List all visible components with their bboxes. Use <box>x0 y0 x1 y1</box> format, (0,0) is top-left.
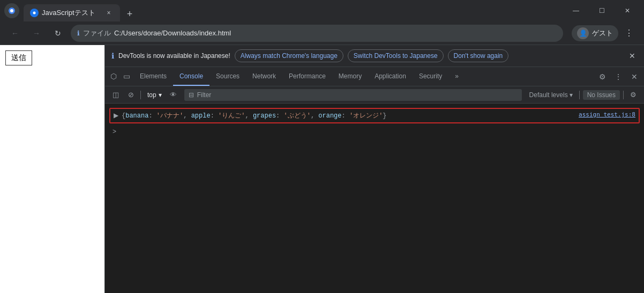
console-label: Console <box>179 72 203 80</box>
address-bar: ← → ↻ ℹ ファイル C:/Users/dorae/Downloads/in… <box>0 21 644 45</box>
log-brace-close: } <box>383 112 386 120</box>
url-text: C:/Users/dorae/Downloads/index.html <box>114 29 231 37</box>
toolbar-divider-2 <box>579 91 580 99</box>
console-output: ▶ {banana: 'バナナ', apple: 'りんご', grapes: … <box>105 104 644 293</box>
always-match-language-button[interactable]: Always match Chrome's language <box>235 49 343 62</box>
notification-text: DevTools is now available in Japanese! <box>118 52 230 60</box>
tab-elements[interactable]: Elements <box>133 67 173 86</box>
more-tabs-icon: » <box>455 72 459 80</box>
tab-security[interactable]: Security <box>413 67 448 86</box>
clear-console-button[interactable]: ⊘ <box>124 89 137 101</box>
profile-label: ゲスト <box>592 28 613 38</box>
console-toolbar-right: Default levels ▾ No Issues ⚙ <box>526 89 640 101</box>
tab-console[interactable]: Console <box>173 67 209 86</box>
tab-title: JavaScriptテスト <box>42 8 95 18</box>
eye-icon: 👁 <box>170 91 177 99</box>
dont-show-again-button[interactable]: Don't show again <box>448 49 509 62</box>
maximize-button[interactable]: ☐ <box>589 2 614 19</box>
tab-close-button[interactable]: × <box>104 8 114 18</box>
log-key-grapes: grapes <box>253 112 276 120</box>
default-levels-label: Default levels <box>529 91 568 99</box>
page-content: 送信 <box>0 45 104 293</box>
close-button[interactable]: ✕ <box>615 2 640 19</box>
sidebar-toggle-button[interactable]: ◫ <box>109 89 122 101</box>
levels-dropdown-icon: ▾ <box>570 91 573 99</box>
log-value-orange: 'オレンジ' <box>349 112 383 120</box>
devtools-notification-bar: ℹ DevTools is now available in Japanese!… <box>105 45 644 67</box>
log-comma-3: , <box>311 112 318 120</box>
tab-inspect[interactable]: ⬡ <box>107 67 120 86</box>
minimize-button[interactable]: — <box>564 2 588 19</box>
filter-input[interactable] <box>197 91 518 99</box>
address-right: 👤 ゲスト ⋮ <box>572 25 638 42</box>
no-issues-button[interactable]: No Issues <box>583 90 620 100</box>
no-issues-label: No Issues <box>587 91 616 99</box>
send-button[interactable]: 送信 <box>5 50 32 65</box>
prompt-arrow: > <box>113 128 116 135</box>
tab-application[interactable]: Application <box>368 67 413 86</box>
console-settings-button[interactable]: ⚙ <box>627 89 640 101</box>
log-value-apple: 'りんご' <box>218 112 245 120</box>
notification-close-button[interactable]: ✕ <box>627 50 638 61</box>
svg-point-3 <box>33 12 36 14</box>
log-value-grapes: 'ぶどう' <box>284 112 311 120</box>
devtools-panel: ℹ DevTools is now available in Japanese!… <box>104 45 644 293</box>
console-toolbar: ◫ ⊘ top ▾ 👁 ⊟ Default levels ▾ <box>105 86 644 104</box>
context-value: top <box>147 91 156 99</box>
memory-label: Memory <box>339 72 362 80</box>
new-tab-button[interactable]: + <box>122 6 137 21</box>
console-settings-icon: ⚙ <box>630 91 636 99</box>
console-prompt: > <box>105 126 644 137</box>
log-colon-1: : <box>148 112 156 120</box>
log-value-banana: 'バナナ' <box>156 112 183 120</box>
url-file-label: ファイル <box>83 28 111 38</box>
log-content: {banana: 'バナナ', apple: 'りんご', grapes: 'ぶ… <box>122 111 568 120</box>
network-label: Network <box>252 72 276 80</box>
filter-icon: ⊟ <box>189 91 194 99</box>
log-comma-1: , <box>183 112 191 120</box>
devtools-settings-button[interactable]: ⚙ <box>595 69 610 84</box>
back-button[interactable]: ← <box>6 25 24 42</box>
device-icon: ▭ <box>123 72 130 80</box>
clear-icon: ⊘ <box>128 91 134 99</box>
devtools-tabs: ⬡ ▭ Elements Console Sources Network Per… <box>105 67 644 86</box>
security-label: Security <box>419 72 442 80</box>
chrome-menu-button[interactable]: ⋮ <box>620 25 638 42</box>
log-key-orange: orange <box>318 112 341 120</box>
elements-label: Elements <box>140 72 167 80</box>
active-tab[interactable]: JavaScriptテスト × <box>24 4 120 21</box>
profile-icon: 👤 <box>577 27 589 39</box>
tab-network[interactable]: Network <box>246 67 282 86</box>
tab-device[interactable]: ▭ <box>120 67 133 86</box>
filter-bar[interactable]: ⊟ <box>184 89 522 101</box>
devtools-close-button[interactable]: ✕ <box>627 69 642 84</box>
context-selector[interactable]: top ▾ <box>144 90 165 100</box>
svg-point-1 <box>10 9 13 12</box>
tab-memory[interactable]: Memory <box>332 67 368 86</box>
forward-button[interactable]: → <box>28 25 45 42</box>
chrome-menu-icon[interactable] <box>4 3 19 18</box>
profile-button[interactable]: 👤 ゲスト <box>572 25 618 41</box>
log-colon-2: : <box>211 112 218 120</box>
devtools-tab-actions: ⚙ ⋮ ✕ <box>595 69 642 84</box>
tab-more[interactable]: » <box>448 67 465 86</box>
log-comma-2: , <box>245 112 252 120</box>
tab-favicon <box>30 9 39 17</box>
page-area: 送信 ℹ DevTools is now available in Japane… <box>0 45 644 293</box>
url-bar[interactable]: ℹ ファイル C:/Users/dorae/Downloads/index.ht… <box>71 25 563 42</box>
tab-performance[interactable]: Performance <box>282 67 332 86</box>
tab-sources[interactable]: Sources <box>209 67 246 86</box>
expand-arrow[interactable]: ▶ <box>114 112 118 119</box>
log-source-link[interactable]: assign test.js:8 <box>568 111 635 118</box>
sources-label: Sources <box>216 72 239 80</box>
eye-button[interactable]: 👁 <box>167 89 180 101</box>
url-info-icon: ℹ <box>77 30 80 37</box>
application-label: Application <box>375 72 406 80</box>
switch-to-japanese-button[interactable]: Switch DevTools to Japanese <box>348 49 444 62</box>
devtools-more-button[interactable]: ⋮ <box>611 69 626 84</box>
notification-info-icon: ℹ <box>111 52 114 60</box>
default-levels-button[interactable]: Default levels ▾ <box>526 90 576 100</box>
console-input[interactable] <box>118 128 636 135</box>
reload-button[interactable]: ↻ <box>49 25 66 42</box>
context-dropdown-icon: ▾ <box>159 91 162 99</box>
